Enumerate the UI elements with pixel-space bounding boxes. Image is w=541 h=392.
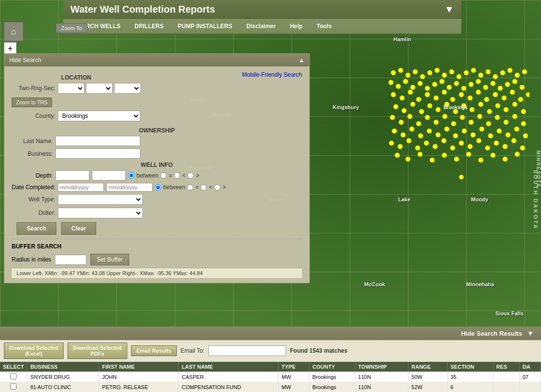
depth-between-radio[interactable] [128, 172, 135, 179]
svg-point-78 [451, 121, 456, 126]
action-buttons: Search Clear [12, 222, 302, 235]
row-res [493, 382, 519, 392]
download-excel-button[interactable]: Download Selected(Excel) [4, 343, 64, 359]
twn-rng-sec-selects [58, 83, 141, 94]
row-da: 07 [519, 372, 541, 382]
nav-disclaimer[interactable]: Disclaimer [240, 21, 282, 32]
depth-lt-radio[interactable] [174, 172, 180, 179]
row-checkbox-cell[interactable] [0, 372, 27, 382]
search-panel-toggle[interactable]: Hide Search ▲ [4, 54, 309, 66]
svg-point-92 [436, 132, 440, 137]
svg-point-98 [488, 133, 493, 138]
col-da: DA [519, 362, 541, 372]
row-first-name: PETRO. RELEASE [99, 382, 179, 392]
svg-point-126 [478, 158, 483, 163]
driller-select[interactable] [58, 208, 143, 218]
svg-point-82 [486, 121, 491, 126]
table-row[interactable]: SNYDER DRUG JOHN CASPER MW Brookings 110… [0, 372, 541, 382]
col-section: SECTION [447, 362, 493, 372]
nav-drillers[interactable]: DRILLERS [129, 21, 169, 32]
home-button[interactable]: ⌂ [4, 22, 23, 41]
svg-point-100 [506, 132, 510, 137]
set-buffer-button[interactable]: Set Buffer [90, 254, 129, 265]
buffer-radius-input[interactable] [55, 255, 86, 265]
email-results-button[interactable]: Email Results [131, 345, 177, 356]
download-pdf-label: Download SelectedPDFs [73, 345, 122, 357]
township-select[interactable] [58, 83, 85, 94]
depth-min-input[interactable] [55, 170, 89, 180]
row-checkbox[interactable] [10, 373, 17, 379]
svg-point-114 [485, 146, 490, 150]
row-da [519, 382, 541, 392]
depth-max-input[interactable] [92, 170, 126, 180]
depth-gt-radio[interactable] [187, 172, 194, 179]
depth-row: Depth: between = < > [12, 170, 302, 180]
hide-search-label: Hide Search [9, 57, 41, 64]
col-res: RES [493, 362, 519, 372]
well-type-select[interactable] [58, 194, 143, 205]
well-type-row: Well Type: [12, 194, 302, 205]
date-to-input[interactable] [106, 183, 152, 192]
search-button[interactable]: Search [17, 222, 56, 235]
svg-point-57 [410, 102, 415, 107]
row-last-name: CASPER [179, 372, 279, 382]
range-select[interactable] [86, 83, 113, 94]
svg-point-70 [521, 109, 526, 114]
date-equals-radio[interactable] [187, 184, 193, 191]
svg-point-34 [498, 86, 503, 91]
svg-point-73 [407, 114, 412, 119]
svg-point-19 [389, 80, 393, 85]
svg-point-42 [425, 92, 430, 97]
results-panel-toggle[interactable]: Hide Search Results ▼ [0, 327, 541, 340]
svg-point-91 [427, 129, 432, 133]
zoom-trs-button[interactable]: Zoom to TRS [12, 98, 52, 107]
county-row: County: Brookings [12, 111, 141, 121]
svg-point-22 [410, 85, 415, 90]
date-from-input[interactable] [58, 183, 104, 192]
zoom-to-area-button[interactable]: Zoom To [56, 23, 87, 33]
title-arrow-icon: ▼ [444, 4, 454, 15]
svg-point-20 [396, 84, 401, 89]
clear-button[interactable]: Clear [61, 222, 96, 235]
svg-point-128 [503, 157, 507, 162]
svg-point-35 [505, 82, 510, 87]
nav-tools[interactable]: Tools [311, 21, 338, 32]
email-to-input[interactable] [208, 345, 286, 356]
svg-point-81 [477, 114, 482, 119]
row-checkbox[interactable] [10, 383, 17, 390]
last-name-input[interactable] [55, 136, 140, 146]
svg-point-38 [391, 92, 396, 97]
col-select: SELECT [0, 362, 27, 372]
svg-point-110 [450, 146, 455, 150]
depth-equals-radio[interactable] [160, 172, 167, 179]
svg-point-24 [425, 86, 430, 91]
svg-point-43 [434, 96, 439, 100]
svg-point-29 [461, 86, 466, 91]
county-select[interactable]: Brookings [58, 111, 140, 121]
svg-point-124 [454, 157, 459, 162]
business-label: Business: [12, 150, 53, 157]
date-lt-radio[interactable] [201, 184, 207, 191]
navigation-bar: SEARCH WELLS DRILLERS PUMP INSTALLERS Di… [63, 19, 461, 33]
date-gt-radio[interactable] [214, 184, 220, 191]
results-table-body: SNYDER DRUG JOHN CASPER MW Brookings 110… [0, 372, 541, 392]
svg-point-39 [400, 96, 405, 100]
mobile-friendly-link[interactable]: Mobile-Friendly Search [242, 71, 302, 78]
row-checkbox-cell[interactable] [0, 382, 27, 392]
table-row[interactable]: 81 AUTO CLINIC PETRO. RELEASE COMPENSATI… [0, 382, 541, 392]
svg-point-80 [469, 120, 473, 125]
business-input[interactable] [55, 148, 140, 159]
date-between-radio[interactable] [155, 184, 161, 191]
col-county: COUNTY [309, 362, 355, 372]
svg-point-125 [466, 152, 471, 157]
svg-point-67 [495, 103, 500, 108]
download-pdf-button[interactable]: Download SelectedPDFs [68, 343, 127, 359]
nav-pump-installers[interactable]: PUMP INSTALLERS [172, 21, 238, 32]
date-between-label: between [163, 184, 185, 191]
svg-point-71 [390, 115, 395, 120]
svg-point-77 [442, 114, 447, 119]
well-info-section-label: WELL INFO [12, 162, 302, 168]
section-select[interactable] [114, 83, 141, 94]
coordinates-bar: Lower Left- XMin: -99.47 YMin: 43.08 Upp… [12, 268, 302, 278]
nav-help[interactable]: Help [284, 21, 308, 32]
